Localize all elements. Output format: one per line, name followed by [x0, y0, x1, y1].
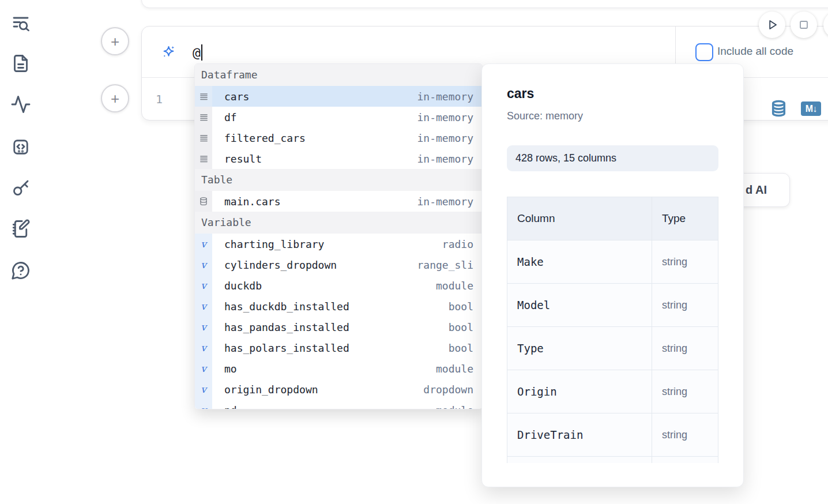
- markdown-icon[interactable]: M↓: [801, 101, 821, 116]
- autocomplete-item-has-polars-installed[interactable]: v has_polars_installed bool: [195, 337, 482, 358]
- variable-icon: v: [195, 275, 212, 296]
- autocomplete-item-result[interactable]: result in-memory: [195, 148, 482, 169]
- table-row-clipped: [507, 457, 718, 464]
- ai-action-label: d AI: [746, 183, 767, 197]
- database-icon[interactable]: [770, 99, 788, 118]
- dataframe-icon: [195, 107, 212, 127]
- variable-icon: v: [195, 337, 212, 358]
- section-header-variable: Variable: [195, 212, 482, 234]
- add-cell-above-button[interactable]: +: [101, 27, 129, 55]
- schema-table: Column Type Make string Model string Typ…: [507, 197, 718, 463]
- autocomplete-item-charting-library[interactable]: v charting_library radio: [195, 234, 482, 254]
- table-of-contents-search-icon[interactable]: [10, 13, 31, 33]
- run-cell-button[interactable]: [759, 12, 785, 38]
- autocomplete-item-cylinders-dropdown[interactable]: v cylinders_dropdown range_sli: [195, 254, 482, 275]
- autocomplete-item-main-cars[interactable]: main.cars in-memory: [195, 191, 482, 212]
- plus-icon: +: [111, 34, 119, 49]
- stop-button[interactable]: [791, 12, 817, 38]
- notebook-edit-icon[interactable]: [10, 219, 31, 239]
- ai-sparkle-icon: [161, 44, 176, 60]
- dataframe-preview-popup: cars Source: memory 428 rows, 15 columns…: [481, 63, 744, 487]
- autocomplete-item-origin-dropdown[interactable]: v origin_dropdown dropdown: [195, 379, 482, 400]
- autocomplete-item-pd[interactable]: v pd module: [195, 400, 482, 409]
- dataframe-icon: [195, 86, 212, 107]
- text-caret: [201, 44, 202, 61]
- variable-icon: v: [195, 254, 212, 275]
- table-database-icon: [195, 191, 212, 212]
- variable-icon: v: [195, 317, 212, 337]
- table-row: DriveTrain string: [507, 413, 718, 457]
- autocomplete-item-has-pandas-installed[interactable]: v has_pandas_installed bool: [195, 317, 482, 337]
- autocomplete-item-filtered-cars[interactable]: filtered_cars in-memory: [195, 127, 482, 148]
- autocomplete-item-cars[interactable]: cars in-memory: [195, 86, 482, 107]
- type-header: Type: [652, 197, 718, 240]
- table-row: Origin string: [507, 370, 718, 413]
- code-snippets-icon[interactable]: [10, 137, 31, 157]
- previous-cell-edge: [141, 0, 828, 8]
- column-header: Column: [507, 197, 652, 240]
- dataframe-icon: [195, 148, 212, 169]
- section-header-dataframe: Dataframe: [195, 64, 482, 86]
- schema-table-container: Column Type Make string Model string Typ…: [507, 197, 718, 463]
- shape-badge: 428 rows, 15 columns: [507, 145, 718, 171]
- play-icon: [765, 17, 780, 32]
- stop-icon: [796, 17, 811, 32]
- file-document-icon[interactable]: [10, 53, 31, 74]
- preview-title: cars: [507, 86, 718, 101]
- activity-pulse-icon[interactable]: [10, 94, 31, 115]
- help-chat-icon[interactable]: [10, 260, 31, 281]
- include-all-code-checkbox[interactable]: [695, 43, 713, 61]
- autocomplete-item-mo[interactable]: v mo module: [195, 358, 482, 379]
- marimo-notebook: + + @ 1 M↓: [0, 0, 828, 504]
- autocomplete-dropdown: Dataframe cars in-memory df in-memory fi…: [194, 63, 483, 409]
- variable-icon: v: [195, 358, 212, 379]
- table-row: Type string: [507, 327, 718, 370]
- section-header-table: Table: [195, 169, 482, 191]
- autocomplete-item-df[interactable]: df in-memory: [195, 107, 482, 127]
- variable-icon: v: [195, 379, 212, 400]
- include-all-code-label: Include all code: [717, 45, 793, 58]
- variable-icon: v: [195, 234, 212, 254]
- plus-icon: +: [111, 91, 119, 106]
- line-number: 1: [150, 78, 168, 120]
- autocomplete-item-duckdb[interactable]: v duckdb module: [195, 275, 482, 296]
- table-row: Make string: [507, 240, 718, 284]
- ai-prompt-input[interactable]: @: [193, 43, 202, 62]
- variable-icon: v: [195, 400, 212, 409]
- preview-source: Source: memory: [507, 110, 718, 122]
- left-sidebar: [0, 0, 40, 504]
- dataframe-icon: [195, 127, 212, 148]
- prompt-text: @: [193, 45, 201, 60]
- add-cell-below-button[interactable]: +: [101, 84, 129, 112]
- variable-icon: v: [195, 296, 212, 317]
- autocomplete-item-has-duckdb-installed[interactable]: v has_duckdb_installed bool: [195, 296, 482, 317]
- table-row: Model string: [507, 284, 718, 327]
- key-icon[interactable]: [10, 178, 31, 198]
